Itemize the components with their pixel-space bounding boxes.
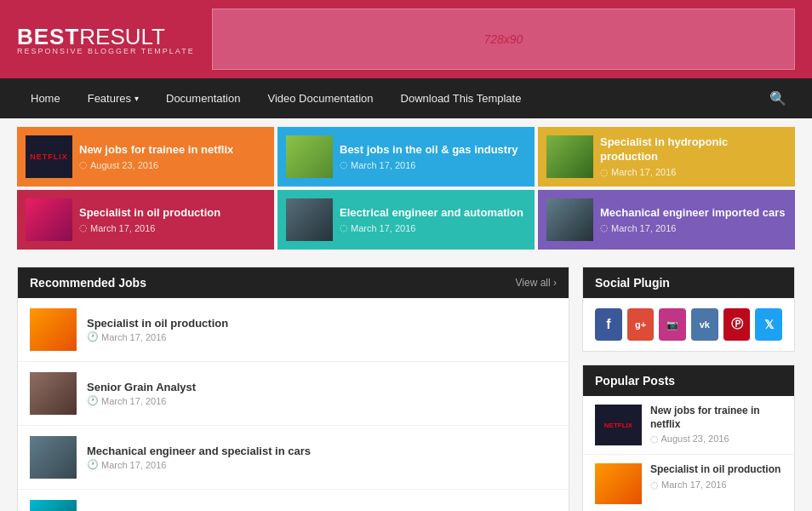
clock-icon: 🕐	[87, 395, 99, 406]
popular-posts-header: Popular Posts	[583, 365, 794, 396]
popular-post-thumb-0: NETFLIX	[595, 405, 642, 445]
job-title-0: Specialist in oil production	[87, 317, 228, 330]
logo-result: RESULT	[79, 24, 165, 49]
instagram-button[interactable]: 📷	[659, 308, 686, 341]
social-icons-row: f g+ 📷 vk Ⓟ 𝕏	[583, 298, 794, 351]
featured-title-5: Mechanical engineer imported cars	[600, 206, 786, 221]
logo-best: BEST	[17, 24, 79, 49]
recommended-jobs-section: Recommended Jobs View all › Specialist i…	[17, 267, 569, 511]
nav-home[interactable]: Home	[17, 80, 74, 117]
clock-icon-2: ◌	[600, 167, 609, 178]
popular-posts-title: Popular Posts	[595, 374, 675, 388]
main-nav: Home Features ▾ Documentation Video Docu…	[0, 78, 812, 118]
ad-banner: 728x90	[212, 9, 795, 70]
featured-grid: NETFLIX New jobs for trainee in netflix …	[0, 118, 812, 258]
job-title-2: Mechanical engineer and specialist in ca…	[87, 445, 311, 457]
chevron-down-icon: ▾	[134, 94, 139, 103]
clock-icon-3: ◌	[79, 222, 88, 233]
social-plugin-header: Social Plugin	[583, 267, 794, 298]
popular-post-1[interactable]: Specialist in oil production ◌ March 17,…	[583, 455, 794, 511]
job-item-0[interactable]: Specialist in oil production 🕐 March 17,…	[18, 298, 569, 362]
featured-title-0: New jobs for trainee in netflix	[79, 143, 266, 158]
featured-card-3[interactable]: Specialist in oil production ◌ March 17,…	[17, 190, 274, 250]
featured-date-0: ◌ August 23, 2016	[79, 159, 266, 170]
clock-icon: 🕐	[87, 331, 99, 342]
popular-post-date-1: ◌ March 17, 2016	[650, 479, 781, 491]
job-thumb-1	[30, 372, 77, 415]
popular-post-thumb-1	[595, 463, 642, 504]
clock-icon-4: ◌	[340, 222, 348, 233]
featured-card-4[interactable]: Electrical engineer and automation ◌ Mar…	[277, 190, 535, 250]
featured-title-1: Best jobs in the oil & gas industry	[340, 143, 526, 158]
social-plugin-title: Social Plugin	[595, 276, 670, 290]
social-plugin: Social Plugin f g+ 📷 vk Ⓟ 𝕏	[582, 267, 795, 352]
nav-download-template[interactable]: Download This Template	[387, 80, 535, 117]
popular-post-date-0: ◌ August 23, 2016	[650, 433, 782, 445]
job-date-0: 🕐 March 17, 2016	[87, 331, 228, 342]
popular-post-title-1: Specialist in oil production	[650, 463, 781, 477]
job-date-1: 🕐 March 17, 2016	[87, 395, 196, 406]
popular-posts: Popular Posts NETFLIX New jobs for train…	[582, 365, 795, 511]
featured-thumb-0: NETFLIX	[26, 135, 72, 178]
featured-card-1[interactable]: Best jobs in the oil & gas industry ◌ Ma…	[277, 127, 535, 187]
popular-post-0[interactable]: NETFLIX New jobs for trainee in netflix …	[583, 396, 794, 455]
recommended-jobs-title: Recommended Jobs	[30, 276, 146, 290]
featured-card-2[interactable]: Specialist in hydroponic production ◌ Ma…	[538, 127, 795, 187]
featured-date-4: ◌ March 17, 2016	[340, 222, 526, 233]
sidebar: Social Plugin f g+ 📷 vk Ⓟ 𝕏 Popular Post…	[582, 267, 795, 511]
job-title-1: Senior Grain Analyst	[87, 381, 196, 393]
logo-subtitle: RESPONSIVE BLOGGER TEMPLATE	[17, 47, 195, 55]
featured-thumb-3	[26, 198, 72, 241]
clock-icon: ◌	[650, 433, 659, 444]
nav-video-documentation[interactable]: Video Documentation	[254, 80, 386, 117]
featured-title-4: Electrical engineer and automation	[340, 206, 526, 221]
job-item-1[interactable]: Senior Grain Analyst 🕐 March 17, 2016	[18, 362, 569, 426]
job-thumb-0	[30, 308, 77, 351]
main-content: Recommended Jobs View all › Specialist i…	[0, 258, 812, 511]
clock-icon-5: ◌	[600, 222, 609, 233]
featured-date-1: ◌ March 17, 2016	[340, 159, 526, 170]
nav-documentation[interactable]: Documentation	[152, 80, 254, 117]
facebook-button[interactable]: f	[595, 308, 622, 341]
site-header: BESTRESULT RESPONSIVE BLOGGER TEMPLATE 7…	[0, 0, 812, 78]
view-all-button[interactable]: View all ›	[516, 277, 557, 289]
featured-card-5[interactable]: Mechanical engineer imported cars ◌ Marc…	[538, 190, 795, 250]
featured-thumb-1	[286, 135, 333, 178]
job-date-2: 🕐 March 17, 2016	[87, 459, 311, 470]
job-thumb-3	[30, 500, 77, 511]
featured-thumb-2	[546, 135, 593, 178]
popular-post-title-0: New jobs for trainee in netflix	[650, 405, 782, 431]
vk-button[interactable]: vk	[691, 308, 718, 341]
featured-date-2: ◌ March 17, 2016	[600, 167, 786, 178]
logo-area: BESTRESULT RESPONSIVE BLOGGER TEMPLATE	[17, 24, 195, 55]
featured-card-0[interactable]: NETFLIX New jobs for trainee in netflix …	[17, 127, 274, 187]
featured-title-2: Specialist in hydroponic production	[600, 135, 786, 164]
search-icon[interactable]: 🔍	[761, 78, 795, 118]
recommended-jobs-header: Recommended Jobs View all ›	[18, 267, 569, 298]
clock-icon-0: ◌	[79, 159, 88, 170]
clock-icon: ◌	[650, 479, 659, 490]
clock-icon: 🕐	[87, 459, 99, 470]
clock-icon-1: ◌	[340, 159, 348, 170]
pinterest-button[interactable]: Ⓟ	[723, 308, 751, 341]
job-thumb-2	[30, 436, 77, 479]
nav-features[interactable]: Features ▾	[74, 80, 152, 117]
twitter-button[interactable]: 𝕏	[755, 308, 782, 341]
featured-title-3: Specialist in oil production	[79, 206, 266, 221]
featured-thumb-5	[546, 198, 593, 241]
featured-thumb-4	[286, 198, 333, 241]
job-item-3[interactable]: Software engineer with iOS experience 🕐 …	[18, 490, 569, 511]
featured-date-5: ◌ March 17, 2016	[600, 222, 786, 233]
featured-date-3: ◌ March 17, 2016	[79, 222, 266, 233]
google-plus-button[interactable]: g+	[627, 308, 655, 341]
job-item-2[interactable]: Mechanical engineer and specialist in ca…	[18, 426, 569, 490]
